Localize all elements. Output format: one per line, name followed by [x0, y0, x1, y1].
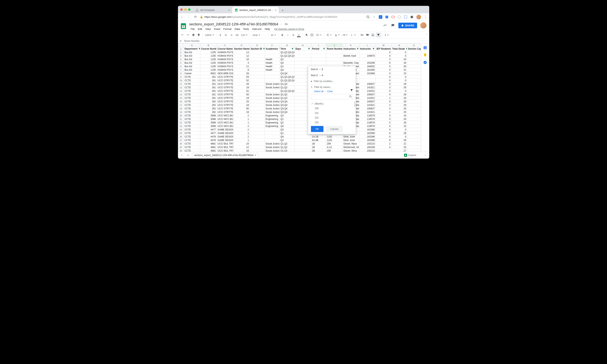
cell[interactable]: [250, 103, 265, 107]
cell[interactable]: Engineering: [265, 121, 280, 124]
select-all-link[interactable]: Select all: [314, 90, 324, 93]
cell[interactable]: [294, 54, 311, 58]
cell[interactable]: 2: [233, 114, 250, 117]
cell[interactable]: Engineering: [265, 117, 280, 121]
cell[interactable]: GAME DESIGN 2: [217, 135, 233, 138]
cell[interactable]: UCCI STRYTELL: [217, 89, 233, 93]
back-button[interactable]: ←: [180, 15, 185, 19]
move-document-icon[interactable]: [285, 22, 288, 26]
header-cell[interactable]: Academies: [265, 47, 280, 51]
cell[interactable]: 3: [376, 58, 391, 61]
chevron-down-icon[interactable]: ▼: [255, 154, 256, 156]
cell[interactable]: Q3,Q4: [280, 103, 294, 107]
header-cell[interactable]: Term: [280, 47, 294, 51]
cell[interactable]: 31: [391, 68, 407, 72]
cell[interactable]: [265, 131, 280, 135]
cell[interactable]: 162586: [359, 135, 376, 138]
cell[interactable]: 0: [391, 89, 407, 93]
cell[interactable]: Dicki, June: [343, 135, 359, 138]
cell[interactable]: [407, 79, 421, 82]
cell[interactable]: [326, 58, 343, 61]
row-header[interactable]: 11: [178, 82, 184, 86]
cell[interactable]: CCTE: [184, 75, 200, 79]
account-avatar-icon[interactable]: [420, 22, 427, 28]
select-all-cell[interactable]: [178, 44, 184, 47]
cell[interactable]: 258: [326, 149, 343, 152]
cell[interactable]: CCTE: [184, 145, 200, 149]
row-header[interactable]: 22: [178, 121, 184, 124]
cell[interactable]: Social Justice: [265, 96, 280, 100]
cell[interactable]: Dicki, June: [343, 138, 359, 142]
cell[interactable]: [407, 93, 421, 96]
cell[interactable]: HUMAN PSYSCZ: [217, 61, 233, 65]
address-bar[interactable]: 🔒 https://docs.google.com/spreadsheets/d…: [200, 15, 364, 18]
cell[interactable]: 25: [391, 145, 407, 149]
cell[interactable]: 26: [233, 82, 250, 86]
cell[interactable]: 27: [391, 149, 407, 152]
row-header[interactable]: 2: [178, 51, 184, 54]
row-header[interactable]: 30: [178, 149, 184, 152]
col-header-N[interactable]: N: [391, 44, 407, 47]
cell[interactable]: 0: [376, 117, 391, 121]
cell[interactable]: [407, 142, 421, 145]
cell[interactable]: 0: [391, 51, 407, 54]
header-cell[interactable]: Section Cap: [407, 47, 421, 51]
cell[interactable]: 2: [233, 128, 250, 131]
paint-format-icon[interactable]: [196, 32, 201, 38]
cell[interactable]: 25: [233, 100, 250, 103]
row-header[interactable]: 26: [178, 135, 184, 138]
cell[interactable]: Social Justice: [265, 82, 280, 86]
cell[interactable]: 1: [233, 117, 250, 121]
cell[interactable]: [250, 89, 265, 93]
cell[interactable]: Q4: [280, 68, 294, 72]
cell[interactable]: 144670: [359, 54, 376, 58]
row-header[interactable]: 17: [178, 103, 184, 107]
cell[interactable]: HUMAN PSYSCZ: [217, 51, 233, 54]
cell[interactable]: [359, 51, 376, 54]
cell[interactable]: Bus Ed: [184, 54, 200, 58]
row-header[interactable]: 15: [178, 96, 184, 100]
row-header[interactable]: 19: [178, 110, 184, 114]
cell[interactable]: 52: [233, 79, 250, 82]
cell[interactable]: 0: [391, 54, 407, 58]
cell[interactable]: Health: [265, 58, 280, 61]
cell[interactable]: Q1,Q2,Q3,Q4: [280, 89, 294, 93]
reload-button[interactable]: ⟳: [193, 15, 198, 19]
cell[interactable]: 4881: [200, 142, 217, 145]
cell[interactable]: 28: [391, 117, 407, 121]
filter-by-condition-toggle[interactable]: ▶ Filter by condition...: [308, 78, 356, 84]
cell[interactable]: [407, 72, 421, 75]
cell[interactable]: 100837: [359, 107, 376, 110]
header-cell[interactable]: Course Numb: [200, 47, 217, 51]
cell[interactable]: 262: [200, 100, 217, 103]
cell[interactable]: Q2: [280, 121, 294, 124]
filter-value-option[interactable]: 202: [309, 116, 355, 120]
tasks-icon[interactable]: [423, 61, 427, 65]
cell[interactable]: 141921: [359, 110, 376, 114]
cell[interactable]: [407, 68, 421, 72]
cell[interactable]: 0: [391, 79, 407, 82]
borders-icon[interactable]: [309, 32, 315, 38]
cell[interactable]: 100837: [359, 82, 376, 86]
cell[interactable]: 0: [376, 124, 391, 128]
menu-help[interactable]: Help: [263, 27, 271, 31]
cell[interactable]: 15: [391, 114, 407, 117]
cell[interactable]: [265, 128, 280, 131]
row-header[interactable]: 3: [178, 54, 184, 58]
cell[interactable]: 150198: [359, 145, 376, 149]
text-color-icon[interactable]: A: [296, 32, 301, 38]
cell[interactable]: 19: [233, 96, 250, 100]
header-cell[interactable]: Instructor: [359, 47, 376, 51]
cell[interactable]: 262: [200, 107, 217, 110]
menu-tools[interactable]: Tools: [242, 27, 250, 31]
col-header-M[interactable]: M: [376, 44, 391, 47]
cell[interactable]: 0: [391, 75, 407, 79]
sheet-tab[interactable]: sections_export_2d0df122-12f4-4f9f-a74d-…: [192, 153, 259, 157]
cell[interactable]: 1155: [200, 65, 217, 68]
cell[interactable]: [407, 114, 421, 117]
browser-tab-0[interactable]: Abl Scheduler ×: [193, 7, 232, 13]
cell[interactable]: 118578: [359, 117, 376, 121]
cell[interactable]: Q3,Q4: [280, 107, 294, 110]
cell[interactable]: 15: [233, 142, 250, 145]
cell[interactable]: 23: [391, 72, 407, 75]
